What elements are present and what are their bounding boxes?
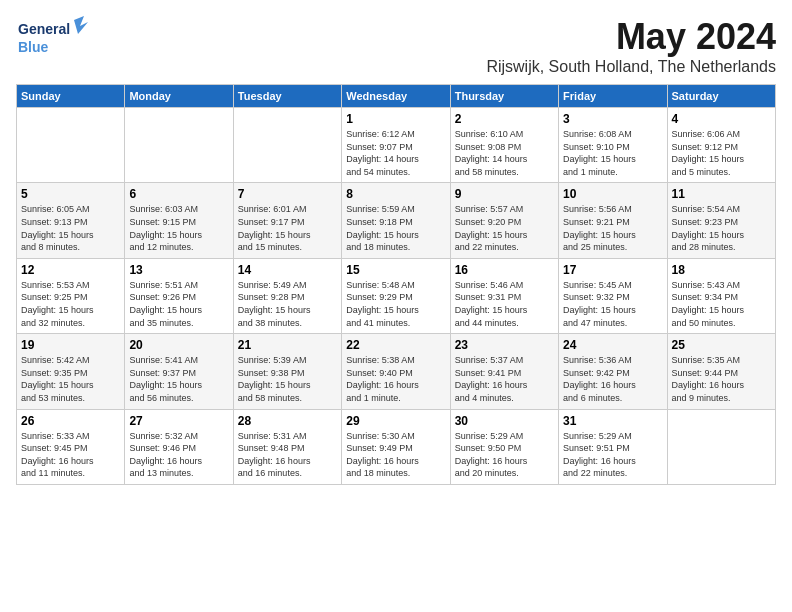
svg-marker-2 xyxy=(74,16,88,34)
day-number: 26 xyxy=(21,414,120,428)
day-number: 22 xyxy=(346,338,445,352)
day-info: Sunrise: 5:33 AM Sunset: 9:45 PM Dayligh… xyxy=(21,430,120,480)
calendar-cell: 21Sunrise: 5:39 AM Sunset: 9:38 PM Dayli… xyxy=(233,334,341,409)
day-info: Sunrise: 5:29 AM Sunset: 9:50 PM Dayligh… xyxy=(455,430,554,480)
day-number: 28 xyxy=(238,414,337,428)
logo-icon: GeneralBlue xyxy=(16,16,96,56)
day-info: Sunrise: 6:01 AM Sunset: 9:17 PM Dayligh… xyxy=(238,203,337,253)
calendar-table: SundayMondayTuesdayWednesdayThursdayFrid… xyxy=(16,84,776,485)
day-info: Sunrise: 5:49 AM Sunset: 9:28 PM Dayligh… xyxy=(238,279,337,329)
day-number: 18 xyxy=(672,263,771,277)
day-number: 10 xyxy=(563,187,662,201)
day-info: Sunrise: 5:54 AM Sunset: 9:23 PM Dayligh… xyxy=(672,203,771,253)
calendar-cell: 23Sunrise: 5:37 AM Sunset: 9:41 PM Dayli… xyxy=(450,334,558,409)
day-number: 1 xyxy=(346,112,445,126)
day-number: 15 xyxy=(346,263,445,277)
calendar-cell: 1Sunrise: 6:12 AM Sunset: 9:07 PM Daylig… xyxy=(342,108,450,183)
day-info: Sunrise: 6:10 AM Sunset: 9:08 PM Dayligh… xyxy=(455,128,554,178)
calendar-cell: 4Sunrise: 6:06 AM Sunset: 9:12 PM Daylig… xyxy=(667,108,775,183)
day-info: Sunrise: 6:06 AM Sunset: 9:12 PM Dayligh… xyxy=(672,128,771,178)
calendar-header-row: SundayMondayTuesdayWednesdayThursdayFrid… xyxy=(17,85,776,108)
day-info: Sunrise: 5:35 AM Sunset: 9:44 PM Dayligh… xyxy=(672,354,771,404)
day-info: Sunrise: 5:46 AM Sunset: 9:31 PM Dayligh… xyxy=(455,279,554,329)
day-info: Sunrise: 5:39 AM Sunset: 9:38 PM Dayligh… xyxy=(238,354,337,404)
calendar-cell: 26Sunrise: 5:33 AM Sunset: 9:45 PM Dayli… xyxy=(17,409,125,484)
day-number: 23 xyxy=(455,338,554,352)
day-number: 13 xyxy=(129,263,228,277)
day-number: 7 xyxy=(238,187,337,201)
calendar-weekday-friday: Friday xyxy=(559,85,667,108)
svg-text:General: General xyxy=(18,21,70,37)
calendar-cell xyxy=(233,108,341,183)
calendar-cell: 16Sunrise: 5:46 AM Sunset: 9:31 PM Dayli… xyxy=(450,258,558,333)
day-info: Sunrise: 5:45 AM Sunset: 9:32 PM Dayligh… xyxy=(563,279,662,329)
day-number: 14 xyxy=(238,263,337,277)
day-number: 30 xyxy=(455,414,554,428)
day-info: Sunrise: 5:57 AM Sunset: 9:20 PM Dayligh… xyxy=(455,203,554,253)
day-number: 17 xyxy=(563,263,662,277)
calendar-cell xyxy=(667,409,775,484)
calendar-week-row: 12Sunrise: 5:53 AM Sunset: 9:25 PM Dayli… xyxy=(17,258,776,333)
calendar-cell xyxy=(17,108,125,183)
calendar-cell: 13Sunrise: 5:51 AM Sunset: 9:26 PM Dayli… xyxy=(125,258,233,333)
day-number: 25 xyxy=(672,338,771,352)
calendar-cell: 18Sunrise: 5:43 AM Sunset: 9:34 PM Dayli… xyxy=(667,258,775,333)
day-number: 3 xyxy=(563,112,662,126)
day-info: Sunrise: 5:31 AM Sunset: 9:48 PM Dayligh… xyxy=(238,430,337,480)
day-info: Sunrise: 5:41 AM Sunset: 9:37 PM Dayligh… xyxy=(129,354,228,404)
day-number: 29 xyxy=(346,414,445,428)
day-number: 19 xyxy=(21,338,120,352)
calendar-week-row: 5Sunrise: 6:05 AM Sunset: 9:13 PM Daylig… xyxy=(17,183,776,258)
calendar-cell: 5Sunrise: 6:05 AM Sunset: 9:13 PM Daylig… xyxy=(17,183,125,258)
calendar-cell: 2Sunrise: 6:10 AM Sunset: 9:08 PM Daylig… xyxy=(450,108,558,183)
location-title: Rijswijk, South Holland, The Netherlands xyxy=(486,58,776,76)
day-number: 20 xyxy=(129,338,228,352)
day-number: 9 xyxy=(455,187,554,201)
day-info: Sunrise: 5:43 AM Sunset: 9:34 PM Dayligh… xyxy=(672,279,771,329)
day-info: Sunrise: 5:37 AM Sunset: 9:41 PM Dayligh… xyxy=(455,354,554,404)
page-header: GeneralBlue May 2024 Rijswijk, South Hol… xyxy=(16,16,776,76)
logo: GeneralBlue xyxy=(16,16,96,56)
day-number: 11 xyxy=(672,187,771,201)
calendar-cell: 17Sunrise: 5:45 AM Sunset: 9:32 PM Dayli… xyxy=(559,258,667,333)
calendar-cell: 9Sunrise: 5:57 AM Sunset: 9:20 PM Daylig… xyxy=(450,183,558,258)
day-number: 24 xyxy=(563,338,662,352)
title-area: May 2024 Rijswijk, South Holland, The Ne… xyxy=(486,16,776,76)
calendar-weekday-saturday: Saturday xyxy=(667,85,775,108)
calendar-cell: 14Sunrise: 5:49 AM Sunset: 9:28 PM Dayli… xyxy=(233,258,341,333)
day-info: Sunrise: 5:30 AM Sunset: 9:49 PM Dayligh… xyxy=(346,430,445,480)
day-number: 6 xyxy=(129,187,228,201)
calendar-cell: 31Sunrise: 5:29 AM Sunset: 9:51 PM Dayli… xyxy=(559,409,667,484)
day-info: Sunrise: 5:32 AM Sunset: 9:46 PM Dayligh… xyxy=(129,430,228,480)
calendar-weekday-sunday: Sunday xyxy=(17,85,125,108)
calendar-week-row: 1Sunrise: 6:12 AM Sunset: 9:07 PM Daylig… xyxy=(17,108,776,183)
day-info: Sunrise: 5:53 AM Sunset: 9:25 PM Dayligh… xyxy=(21,279,120,329)
day-number: 5 xyxy=(21,187,120,201)
day-info: Sunrise: 6:12 AM Sunset: 9:07 PM Dayligh… xyxy=(346,128,445,178)
calendar-cell: 19Sunrise: 5:42 AM Sunset: 9:35 PM Dayli… xyxy=(17,334,125,409)
calendar-weekday-thursday: Thursday xyxy=(450,85,558,108)
calendar-cell: 28Sunrise: 5:31 AM Sunset: 9:48 PM Dayli… xyxy=(233,409,341,484)
day-number: 8 xyxy=(346,187,445,201)
day-number: 16 xyxy=(455,263,554,277)
calendar-cell: 11Sunrise: 5:54 AM Sunset: 9:23 PM Dayli… xyxy=(667,183,775,258)
calendar-cell: 25Sunrise: 5:35 AM Sunset: 9:44 PM Dayli… xyxy=(667,334,775,409)
calendar-cell: 15Sunrise: 5:48 AM Sunset: 9:29 PM Dayli… xyxy=(342,258,450,333)
day-number: 12 xyxy=(21,263,120,277)
calendar-weekday-wednesday: Wednesday xyxy=(342,85,450,108)
calendar-cell: 27Sunrise: 5:32 AM Sunset: 9:46 PM Dayli… xyxy=(125,409,233,484)
day-number: 27 xyxy=(129,414,228,428)
day-number: 4 xyxy=(672,112,771,126)
calendar-week-row: 19Sunrise: 5:42 AM Sunset: 9:35 PM Dayli… xyxy=(17,334,776,409)
day-number: 31 xyxy=(563,414,662,428)
calendar-cell: 22Sunrise: 5:38 AM Sunset: 9:40 PM Dayli… xyxy=(342,334,450,409)
day-info: Sunrise: 5:42 AM Sunset: 9:35 PM Dayligh… xyxy=(21,354,120,404)
calendar-week-row: 26Sunrise: 5:33 AM Sunset: 9:45 PM Dayli… xyxy=(17,409,776,484)
calendar-cell: 3Sunrise: 6:08 AM Sunset: 9:10 PM Daylig… xyxy=(559,108,667,183)
day-info: Sunrise: 5:59 AM Sunset: 9:18 PM Dayligh… xyxy=(346,203,445,253)
calendar-cell: 12Sunrise: 5:53 AM Sunset: 9:25 PM Dayli… xyxy=(17,258,125,333)
calendar-cell: 8Sunrise: 5:59 AM Sunset: 9:18 PM Daylig… xyxy=(342,183,450,258)
calendar-cell: 20Sunrise: 5:41 AM Sunset: 9:37 PM Dayli… xyxy=(125,334,233,409)
calendar-cell: 29Sunrise: 5:30 AM Sunset: 9:49 PM Dayli… xyxy=(342,409,450,484)
day-info: Sunrise: 6:08 AM Sunset: 9:10 PM Dayligh… xyxy=(563,128,662,178)
